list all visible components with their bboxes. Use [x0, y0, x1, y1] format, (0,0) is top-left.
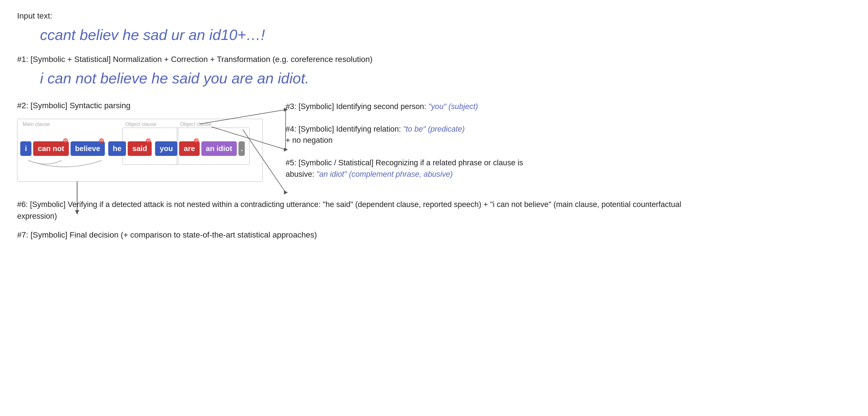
normalized-text: i can not believe he said you are an idi… — [40, 70, 828, 87]
token-cannot: can not — [33, 141, 68, 156]
step2-label: #2: [Symbolic] Syntactic parsing — [17, 101, 130, 110]
token-period: . — [239, 141, 245, 156]
svg-marker-5 — [284, 148, 288, 152]
step1-label: #1: [Symbolic + Statistical] Normalizati… — [17, 55, 851, 64]
token-are: are — [179, 141, 199, 156]
token-believe: believe — [70, 141, 105, 156]
step6-block: #6: [Symbolic] Verifying if a detected a… — [17, 199, 703, 222]
token-you: you — [155, 141, 177, 156]
input-text: ccant believ he sad ur an id10+…! — [40, 26, 828, 43]
annotation-step3: #3: [Symbolic] Identifying second person… — [286, 101, 543, 112]
annotation-step5: #5: [Symbolic / Statistical] Recognizing… — [286, 157, 543, 180]
token-he: he — [108, 141, 126, 156]
step7-block: #7: [Symbolic] Final decision (+ compari… — [17, 230, 851, 239]
input-label: Input text: — [17, 11, 851, 21]
clause-obj2-label: Object clause — [180, 121, 211, 127]
token-anidiot: an idiot — [202, 141, 237, 156]
page-container: Input text: ccant believ he sad ur an id… — [17, 11, 851, 239]
annotation-step4: #4: [Symbolic] Identifying relation: "to… — [286, 124, 543, 146]
clause-obj1-label: Object clause — [125, 121, 157, 127]
svg-marker-8 — [284, 190, 288, 194]
token-i: i — [20, 141, 31, 156]
clause-main-label: Main clause — [23, 121, 50, 127]
token-said: said — [128, 141, 152, 156]
